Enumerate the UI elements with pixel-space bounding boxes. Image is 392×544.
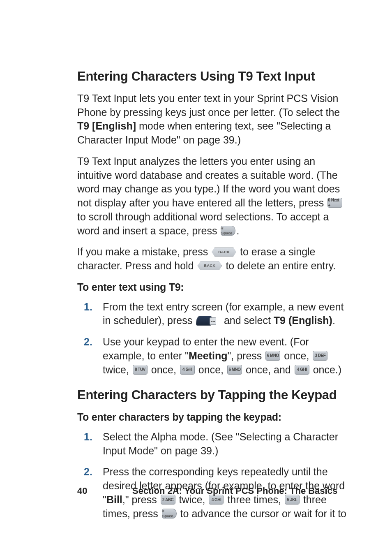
hash-space-key-icon: # Space	[162, 509, 177, 519]
text: twice,	[103, 364, 132, 375]
text: T9 Text Input analyzes the letters you e…	[77, 155, 340, 208]
back-key-icon: BACK	[197, 261, 222, 270]
paragraph: If you make a mistake, press BACK to era…	[77, 245, 351, 273]
text-bold: Meeting	[189, 350, 227, 361]
text-bold: T9 (English)	[274, 315, 332, 326]
text: .	[332, 315, 335, 326]
six-mno-key-icon: 6 MNO	[265, 351, 280, 361]
text: once,	[148, 364, 179, 375]
four-ghi-key-icon: 4 GHI	[295, 365, 309, 375]
page-footer: 40 Section 2A: Your Sprint PCS Phone: Th…	[77, 485, 351, 497]
text: .	[236, 225, 239, 236]
text: to scroll through additional word select…	[77, 211, 329, 236]
text: to advance the cursor or wait for it to	[178, 508, 346, 519]
ordered-list: Select the Alpha mode. (See "Selecting a…	[77, 430, 351, 521]
text: and select	[221, 315, 274, 326]
text: once,	[196, 364, 226, 375]
heading-t9: Entering Characters Using T9 Text Input	[77, 68, 351, 85]
text: Select the Alpha mode. (See "Selecting a…	[103, 431, 338, 456]
ordered-list: From the text entry screen (for example,…	[77, 300, 351, 377]
text: once, and	[243, 364, 294, 375]
three-def-key-icon: 3 DEF	[313, 351, 327, 361]
text: once.)	[310, 364, 341, 375]
list-item: From the text entry screen (for example,…	[77, 300, 351, 328]
heading-tapping: Entering Characters by Tapping the Keypa…	[77, 387, 351, 404]
section-label: Section 2A: Your Sprint PCS Phone: The B…	[132, 485, 337, 497]
text-bold: T9 [English]	[77, 120, 136, 132]
hash-space-key-icon: # Space	[221, 226, 235, 236]
four-ghi-key-icon: 4 GHI	[180, 365, 195, 375]
subheading: To enter characters by tapping the keypa…	[77, 410, 351, 424]
text: to delete an entire entry.	[223, 260, 336, 271]
text: T9 Text Input lets you enter text in you…	[77, 93, 340, 118]
softkey-icon: •••	[196, 316, 212, 326]
back-key-icon: BACK	[212, 248, 236, 257]
six-mno-key-icon: 6 MNO	[227, 365, 242, 375]
text: ", press	[227, 350, 265, 361]
list-item: Select the Alpha mode. (See "Selecting a…	[77, 430, 351, 458]
paragraph: T9 Text Input lets you enter text in you…	[77, 92, 351, 147]
subheading: To enter text using T9:	[77, 280, 351, 294]
eight-tuv-key-icon: 8 TUV	[133, 365, 148, 375]
text: once,	[281, 350, 312, 361]
list-item: Use your keypad to enter the new event. …	[77, 335, 351, 377]
zero-next-key-icon: 0 Next +	[327, 198, 342, 208]
page-number: 40	[77, 485, 132, 497]
text: If you make a mistake, press	[77, 246, 211, 257]
paragraph: T9 Text Input analyzes the letters you e…	[77, 155, 351, 238]
